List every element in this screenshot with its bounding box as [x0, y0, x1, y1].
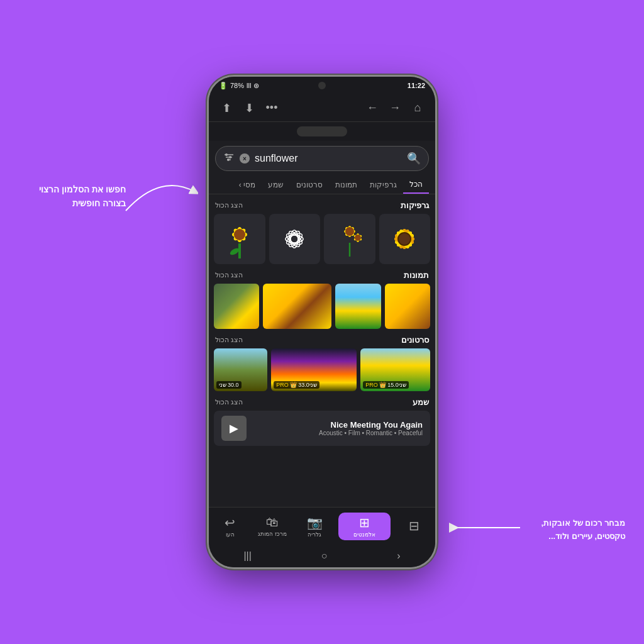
- download-icon[interactable]: ⬇: [238, 101, 260, 115]
- status-left: 🔋 78% lll ⊛: [219, 82, 259, 90]
- elements-icon: ⊞: [359, 515, 370, 530]
- annotation-right-line1: מבחר רכום של אובקות,: [541, 518, 625, 528]
- audio-section-header: הצג הכול שמע: [214, 397, 430, 407]
- svg-point-16: [234, 229, 245, 240]
- graphics-grid: [214, 214, 430, 264]
- more-icon[interactable]: •••: [260, 101, 283, 114]
- image-item-2[interactable]: [263, 284, 331, 329]
- video-duration-3: PRO 👑שני15.0: [363, 381, 409, 389]
- graphic-item-1[interactable]: [214, 214, 265, 264]
- images-section-header: הצג הכול תמונות: [214, 270, 430, 280]
- phone-home-icon[interactable]: ○: [321, 550, 328, 562]
- music-item-1[interactable]: ▶ Nice Meeting You Again Acoustic • Film…: [214, 411, 430, 446]
- audio-section: הצג הכול שמע ▶ Nice Meeting You Again Ac…: [214, 397, 430, 446]
- svg-point-5: [227, 158, 230, 161]
- nav-item-elements[interactable]: ⊞ אלמנטים: [338, 513, 391, 540]
- videos-show-all[interactable]: הצג הכול: [215, 336, 243, 344]
- annotation-arrow-right: [448, 515, 523, 540]
- wifi-icon: ⊛: [253, 82, 259, 90]
- svg-point-4: [229, 156, 231, 158]
- annotation-right: מבחר רכום של אובקות, טקסטים, עיירים ולוד…: [525, 517, 625, 543]
- app-content: × sunflower 🔍 הכל גרפיקות תמונות סרטונים…: [209, 141, 435, 545]
- store-icon: 🛍: [266, 515, 279, 530]
- video-item-2[interactable]: PRO 👑שני33.0: [271, 348, 357, 391]
- battery-icon: 🔋: [219, 82, 228, 90]
- graphic-item-4[interactable]: [379, 214, 431, 264]
- video-item-3[interactable]: PRO 👑שני15.0: [360, 348, 430, 391]
- tab-tmonot[interactable]: תמונות: [329, 177, 364, 193]
- nav-item-gallery[interactable]: 📷 גלריה: [293, 515, 335, 538]
- url-bar-area: [209, 122, 435, 141]
- images-section: הצג הכול תמונות: [214, 270, 430, 329]
- graphics-section-header: הצג הכול גרפיקות: [214, 201, 430, 210]
- nav-item-store[interactable]: 🛍 מרכז המותג: [251, 515, 293, 537]
- phone-frame: 🔋 78% lll ⊛ 11:22 ⬆ ⬇ ••• ← → ⌂: [209, 77, 435, 567]
- home-icon[interactable]: ⌂: [406, 101, 429, 114]
- phone-bottom-bar: ||| ○ ›: [209, 545, 435, 567]
- graphics-section: הצג הכול גרפיקות: [214, 201, 430, 264]
- gallery-icon: 📷: [307, 515, 323, 530]
- nav-label-gallery: גלריה: [308, 531, 321, 538]
- nav-item-recent[interactable]: ↩ העו: [209, 515, 251, 538]
- audio-title: שמע: [413, 397, 429, 407]
- music-tags: Acoustic • Film • Romantic • Peaceful: [319, 430, 423, 436]
- search-clear-button[interactable]: ×: [240, 153, 250, 164]
- annotation-left: חפשו את הסלמון הרצוי בצורה חופשית: [25, 182, 126, 211]
- videos-grid: שני30.0 PRO 👑שני33.0 PRO 👑שני15.0: [214, 348, 430, 391]
- signal-icon: lll: [247, 82, 251, 89]
- url-pill: [297, 126, 347, 136]
- nav-label-recent: העו: [226, 531, 235, 538]
- images-show-all[interactable]: הצג הכול: [215, 271, 243, 279]
- forward-icon[interactable]: →: [384, 101, 406, 114]
- recent-icon: ↩: [225, 515, 235, 530]
- videos-section-header: הצג הכול סרטונים: [214, 335, 430, 345]
- time: 11:22: [408, 82, 425, 89]
- video-duration-1: שני30.0: [216, 381, 242, 389]
- svg-point-57: [399, 233, 410, 245]
- svg-point-35: [345, 227, 354, 236]
- images-grid: [214, 284, 430, 329]
- layers-icon: ⊟: [409, 518, 419, 533]
- browser-toolbar: ⬆ ⬇ ••• ← → ⌂: [209, 94, 435, 122]
- nav-item-layers[interactable]: ⊟: [393, 518, 435, 535]
- image-item-3[interactable]: [335, 284, 380, 329]
- tab-shema[interactable]: שמע: [262, 177, 290, 193]
- tab-grafikot[interactable]: גרפיקות: [364, 177, 403, 193]
- nav-label-elements: אלמנטים: [353, 531, 375, 538]
- tab-more[interactable]: מסי ›: [233, 177, 262, 193]
- annotation-left-line1: חפשו את הסלמון הרצוי: [39, 184, 126, 194]
- status-bar: 🔋 78% lll ⊛ 11:22: [209, 77, 435, 94]
- bottom-nav: ↩ העו 🛍 מרכז המותג 📷 גלריה ⊞ אלמנטים ⊟: [209, 507, 435, 545]
- search-icon[interactable]: 🔍: [407, 152, 421, 165]
- search-input[interactable]: sunflower: [255, 153, 402, 164]
- category-tabs: הכל גרפיקות תמונות סרטונים שמע מסי ›: [209, 176, 435, 194]
- images-title: תמונות: [404, 270, 429, 280]
- phone-back-icon[interactable]: |||: [243, 550, 251, 562]
- graphic-item-3[interactable]: [324, 214, 375, 264]
- svg-point-3: [225, 153, 228, 156]
- battery-text: 78%: [230, 82, 244, 89]
- scroll-content: הצג הכול גרפיקות: [209, 194, 435, 507]
- video-duration-2: PRO 👑שני33.0: [274, 381, 319, 389]
- phone-recent-icon[interactable]: ›: [397, 550, 400, 562]
- annotation-right-line2: טקסטים, עיירים ולוד...: [548, 531, 625, 541]
- search-bar[interactable]: × sunflower 🔍: [215, 146, 429, 171]
- camera-notch: [318, 82, 326, 89]
- nav-label-store: מרכז המותג: [258, 531, 287, 537]
- video-item-1[interactable]: שני30.0: [214, 348, 267, 391]
- svg-point-39: [355, 235, 361, 241]
- tab-hakol[interactable]: הכל: [403, 176, 429, 194]
- audio-show-all[interactable]: הצג הכול: [215, 398, 243, 406]
- image-item-1[interactable]: [214, 284, 259, 329]
- music-info: Nice Meeting You Again Acoustic • Film •…: [319, 420, 423, 436]
- share-icon[interactable]: ⬆: [215, 101, 238, 115]
- back-icon[interactable]: ←: [361, 101, 384, 114]
- filter-icon[interactable]: [223, 152, 235, 165]
- music-title: Nice Meeting You Again: [319, 420, 423, 430]
- annotation-arrow-left: [123, 167, 198, 217]
- image-item-4[interactable]: [385, 284, 430, 329]
- tab-sartonim[interactable]: סרטונים: [290, 177, 329, 193]
- graphics-title: גרפיקות: [401, 201, 429, 210]
- graphic-item-2[interactable]: [269, 214, 321, 264]
- graphics-show-all[interactable]: הצג הכול: [215, 201, 243, 209]
